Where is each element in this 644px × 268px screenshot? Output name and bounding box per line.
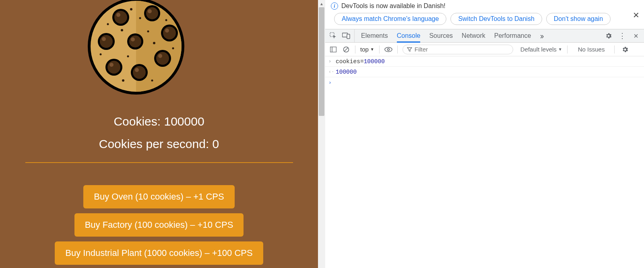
svg-point-13 bbox=[102, 37, 106, 41]
svg-point-31 bbox=[147, 31, 149, 33]
filter-input[interactable] bbox=[415, 46, 509, 53]
inspect-element-icon[interactable] bbox=[329, 32, 337, 40]
svg-point-10 bbox=[165, 29, 169, 33]
console-toolbar: top ▼ Default levels ▼ No Issues bbox=[325, 43, 644, 56]
svg-point-21 bbox=[107, 61, 120, 74]
svg-point-30 bbox=[127, 56, 129, 58]
tab-overflow-icon[interactable]: ›› bbox=[540, 29, 543, 42]
console-settings-icon[interactable] bbox=[621, 45, 629, 54]
svg-point-9 bbox=[163, 27, 176, 39]
console-prompt[interactable]: › bbox=[325, 77, 644, 88]
svg-point-7 bbox=[148, 9, 152, 13]
log-levels-selector[interactable]: Default levels ▼ bbox=[520, 46, 562, 53]
svg-point-6 bbox=[146, 7, 158, 19]
game-pane: Cookies: 100000 Cookies per second: 0 Bu… bbox=[0, 0, 318, 268]
token-number: 100000 bbox=[364, 58, 385, 65]
svg-point-34 bbox=[122, 79, 124, 82]
settings-icon[interactable] bbox=[605, 32, 613, 40]
svg-point-37 bbox=[172, 47, 174, 49]
svg-point-18 bbox=[156, 52, 169, 65]
console-output-line: ‹· 100000 bbox=[325, 67, 644, 77]
svg-point-33 bbox=[165, 19, 167, 21]
cookies-count: Cookies: 100000 bbox=[114, 115, 204, 128]
devtools-tabbar: Elements Console Sources Network Perform… bbox=[325, 29, 644, 43]
svg-point-35 bbox=[151, 80, 153, 82]
cookies-per-second: Cookies per second: 0 bbox=[99, 137, 219, 151]
info-icon: i bbox=[331, 2, 338, 10]
switch-language-button[interactable]: Switch DevTools to Danish bbox=[450, 13, 542, 25]
more-icon[interactable]: ⋮ bbox=[618, 32, 626, 40]
svg-point-22 bbox=[109, 63, 114, 67]
svg-point-29 bbox=[153, 42, 155, 44]
svg-point-16 bbox=[131, 37, 135, 41]
tab-elements[interactable]: Elements bbox=[361, 29, 388, 42]
buy-factory-button[interactable]: Buy Factory (100 cookies) – +10 CPS bbox=[74, 213, 244, 237]
clear-console-icon[interactable] bbox=[342, 45, 350, 54]
cookie-icon bbox=[84, 0, 188, 99]
context-label: top bbox=[360, 46, 369, 53]
tab-network[interactable]: Network bbox=[462, 29, 485, 42]
svg-point-24 bbox=[133, 66, 146, 79]
live-expression-icon[interactable] bbox=[384, 45, 392, 54]
match-language-button[interactable]: Always match Chrome's language bbox=[334, 13, 446, 25]
cookie-button[interactable] bbox=[84, 0, 188, 99]
info-message: DevTools is now available in Danish! bbox=[341, 2, 446, 10]
close-devtools-icon[interactable]: × bbox=[632, 32, 640, 40]
toggle-sidebar-icon[interactable] bbox=[329, 45, 337, 54]
svg-rect-40 bbox=[347, 34, 350, 39]
svg-point-32 bbox=[107, 23, 109, 25]
divider bbox=[25, 162, 293, 163]
svg-point-12 bbox=[100, 35, 113, 48]
svg-point-4 bbox=[116, 13, 120, 17]
svg-point-46 bbox=[387, 48, 389, 50]
chevron-down-icon: ▼ bbox=[558, 47, 562, 52]
info-close-button[interactable]: × bbox=[633, 10, 639, 20]
prompt-chevron-icon: › bbox=[328, 80, 336, 86]
scroll-thumb[interactable] bbox=[319, 7, 324, 116]
input-chevron-icon: › bbox=[328, 59, 336, 64]
filter-box[interactable] bbox=[402, 45, 513, 54]
svg-point-3 bbox=[114, 11, 127, 24]
output-chevron-icon: ‹· bbox=[328, 69, 336, 75]
issues-indicator[interactable]: No Issues bbox=[578, 46, 605, 53]
buy-oven-button[interactable]: Buy Oven (10 cookies) – +1 CPS bbox=[83, 185, 234, 208]
tab-performance[interactable]: Performance bbox=[494, 29, 531, 42]
svg-point-36 bbox=[99, 54, 101, 56]
devtools-info-bar: i DevTools is now available in Danish! ×… bbox=[325, 0, 644, 29]
svg-point-45 bbox=[385, 47, 392, 52]
tab-sources[interactable]: Sources bbox=[429, 29, 453, 42]
filter-icon bbox=[407, 47, 412, 52]
svg-point-15 bbox=[129, 35, 141, 47]
token-identifier: cookies bbox=[336, 58, 360, 65]
scroll-track[interactable] bbox=[318, 7, 325, 268]
output-value: 100000 bbox=[336, 69, 357, 75]
scroll-up-icon[interactable]: ▲ bbox=[318, 0, 325, 7]
context-selector[interactable]: top ▼ bbox=[360, 46, 374, 53]
page-scrollbar[interactable]: ▲ bbox=[318, 0, 325, 268]
chevron-down-icon: ▼ bbox=[370, 47, 374, 52]
console-input-line: › cookies=100000 bbox=[325, 56, 644, 67]
svg-line-44 bbox=[345, 47, 348, 51]
buy-industrial-plant-button[interactable]: Buy Industrial Plant (1000 cookies) – +1… bbox=[55, 241, 263, 265]
tab-console[interactable]: Console bbox=[397, 29, 421, 42]
token-operator: = bbox=[360, 58, 364, 65]
svg-point-27 bbox=[139, 17, 141, 19]
log-levels-label: Default levels bbox=[520, 46, 557, 53]
shop: Buy Oven (10 cookies) – +1 CPS Buy Facto… bbox=[55, 185, 263, 265]
device-toolbar-icon[interactable] bbox=[342, 32, 350, 40]
devtools-pane: i DevTools is now available in Danish! ×… bbox=[325, 0, 644, 268]
dismiss-info-button[interactable]: Don't show again bbox=[546, 13, 611, 25]
console-output[interactable]: › cookies=100000 ‹· 100000 › bbox=[325, 56, 644, 268]
svg-rect-41 bbox=[330, 47, 336, 52]
svg-point-26 bbox=[130, 8, 132, 10]
svg-point-28 bbox=[121, 29, 123, 31]
svg-point-19 bbox=[158, 54, 162, 58]
svg-point-25 bbox=[135, 68, 139, 72]
